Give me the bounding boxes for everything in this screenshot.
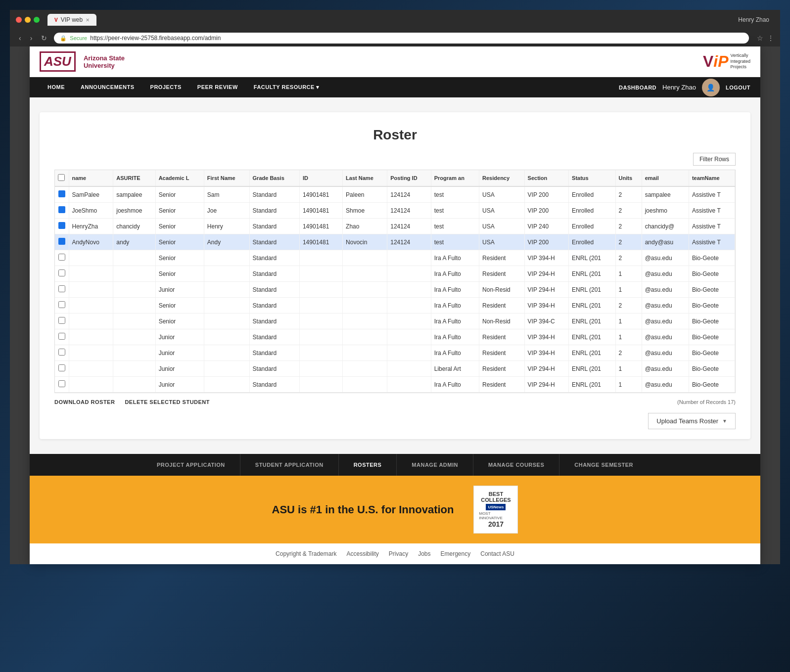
table-cell [299, 314, 342, 329]
row-checkbox[interactable] [58, 364, 65, 371]
tab-close-icon[interactable]: ✕ [86, 17, 90, 23]
table-cell: Junior [155, 329, 204, 345]
row-checkbox-cell[interactable] [55, 298, 69, 314]
close-dot[interactable] [16, 17, 22, 23]
table-cell: VIP 200 [524, 186, 568, 203]
footer-accessibility[interactable]: Accessibility [346, 550, 378, 557]
row-checkbox[interactable] [58, 285, 65, 292]
table-cell: joeshmoe [113, 203, 155, 219]
nav-peer-review[interactable]: PEER REVIEW [189, 77, 246, 97]
row-checkbox-cell[interactable] [55, 282, 69, 298]
table-cell: Ira A Fulto [431, 250, 479, 266]
table-cell: Ira A Fulto [431, 282, 479, 298]
table-cell: 1 [615, 329, 642, 345]
table-cell: Junior [155, 345, 204, 361]
row-checkbox-cell[interactable] [55, 250, 69, 266]
page-title: Roster [54, 127, 736, 143]
table-cell [69, 282, 113, 298]
table-cell [204, 282, 249, 298]
row-checkbox-cell[interactable] [55, 219, 69, 234]
innovation-text: ASU is #1 in the U.S. for Innovation [272, 503, 454, 516]
nav-announcements[interactable]: ANNOUNCEMENTS [73, 77, 142, 97]
row-checkbox[interactable] [58, 269, 65, 276]
row-checkbox[interactable] [58, 301, 65, 308]
footer-contact[interactable]: Contact ASU [480, 550, 514, 557]
table-cell: SamPalee [69, 186, 113, 203]
row-checked-indicator[interactable] [58, 222, 65, 229]
table-row: SeniorStandardIra A FultoResidentVIP 394… [55, 250, 735, 266]
table-cell: Enrolled [569, 203, 615, 219]
table-cell: Assistive T [689, 203, 735, 219]
browser-tab[interactable]: V VIP web ✕ [47, 14, 96, 26]
nav-projects[interactable]: PROJECTS [142, 77, 189, 97]
main-nav: HOME ANNOUNCEMENTS PROJECTS PEER REVIEW … [30, 77, 760, 97]
footer-nav-change-semester[interactable]: CHANGE SEMESTER [559, 454, 648, 476]
nav-dashboard[interactable]: DASHBOARD [619, 85, 656, 90]
row-checked-indicator[interactable] [58, 206, 65, 213]
table-cell: @asu.edu [642, 250, 689, 266]
table-cell: Enrolled [569, 219, 615, 234]
row-checkbox-cell[interactable] [55, 186, 69, 203]
row-checkbox[interactable] [58, 254, 65, 261]
bookmark-icon[interactable]: ☆ [757, 34, 763, 42]
table-cell: Standard [249, 345, 299, 361]
row-checked-indicator[interactable] [58, 238, 65, 245]
table-cell [204, 377, 249, 393]
row-checkbox-cell[interactable] [55, 345, 69, 361]
row-checkbox[interactable] [58, 349, 65, 356]
header-checkbox[interactable] [58, 174, 65, 181]
table-cell: Bio-Geote [689, 250, 735, 266]
table-cell: VIP 240 [524, 219, 568, 234]
badge-colleges: COLLEGES [481, 497, 511, 503]
row-checkbox-cell[interactable] [55, 361, 69, 377]
table-cell: 124124 [387, 203, 431, 219]
forward-button[interactable]: › [27, 33, 36, 43]
asu-line1: Arizona State [84, 54, 125, 62]
footer-nav-manage-admin[interactable]: MANAGE ADMIN [397, 454, 473, 476]
table-cell: Bio-Geote [689, 314, 735, 329]
table-cell: @asu.edu [642, 345, 689, 361]
footer-jobs[interactable]: Jobs [418, 550, 430, 557]
row-checkbox-cell[interactable] [55, 377, 69, 393]
table-cell: test [431, 219, 479, 234]
nav-home[interactable]: HOME [40, 77, 73, 97]
footer-emergency[interactable]: Emergency [441, 550, 471, 557]
delete-student-button[interactable]: DELETE SELECTED STUDENT [125, 399, 210, 405]
url-bar[interactable]: 🔒 Secure https://peer-review-25758.fireb… [54, 33, 749, 44]
table-cell: Junior [155, 377, 204, 393]
header-checkbox-cell[interactable] [55, 170, 69, 186]
table-cell: @asu.edu [642, 377, 689, 393]
table-cell: Senior [155, 203, 204, 219]
nav-logout[interactable]: LOGOUT [726, 85, 750, 90]
table-cell: @asu.edu [642, 314, 689, 329]
row-checkbox-cell[interactable] [55, 266, 69, 282]
footer-privacy[interactable]: Privacy [389, 550, 408, 557]
row-checkbox[interactable] [58, 333, 65, 340]
footer-nav-student-application[interactable]: STUDENT APPLICATION [240, 454, 339, 476]
row-checkbox-cell[interactable] [55, 314, 69, 329]
nav-faculty-resource[interactable]: FACULTY RESOURCE ▾ [246, 77, 327, 97]
asu-logo: ASU Arizona State University [40, 51, 125, 72]
table-row: AndyNovoandySeniorAndyStandard14901481No… [55, 234, 735, 250]
row-checked-indicator[interactable] [58, 190, 65, 197]
col-id: ID [299, 170, 342, 186]
maximize-dot[interactable] [34, 17, 40, 23]
row-checkbox-cell[interactable] [55, 203, 69, 219]
back-button[interactable]: ‹ [16, 33, 24, 43]
row-checkbox-cell[interactable] [55, 329, 69, 345]
filter-rows-button[interactable]: Filter Rows [693, 153, 736, 166]
download-roster-button[interactable]: DOWNLOAD ROSTER [54, 399, 115, 405]
refresh-button[interactable]: ↻ [38, 33, 50, 43]
extensions-icon[interactable]: ⋮ [767, 34, 774, 42]
upload-btn-label: Upload Teams Roster [656, 417, 718, 425]
minimize-dot[interactable] [25, 17, 31, 23]
footer-copyright[interactable]: Copyright & Trademark [276, 550, 336, 557]
row-checkbox-cell[interactable] [55, 234, 69, 250]
upload-teams-roster-button[interactable]: Upload Teams Roster ▼ [648, 413, 736, 429]
row-checkbox[interactable] [58, 317, 65, 324]
table-cell: 1 [615, 377, 642, 393]
row-checkbox[interactable] [58, 380, 65, 387]
footer-nav-project-application[interactable]: PROJECT APPLICATION [142, 454, 240, 476]
footer-nav-rosters[interactable]: ROSTERS [339, 454, 397, 476]
footer-nav-manage-courses[interactable]: MANAGE COURSES [473, 454, 559, 476]
